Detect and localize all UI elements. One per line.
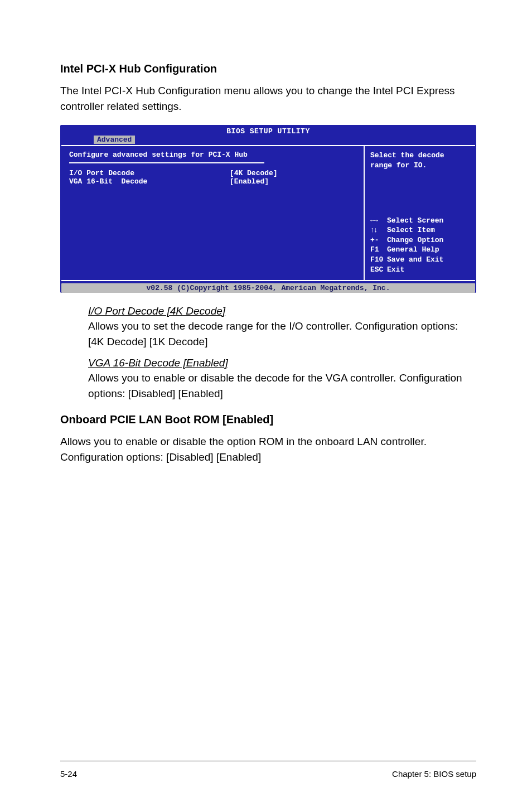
- bios-help-text: Select the decode range for IO.: [370, 151, 470, 170]
- bios-option-label: VGA 16-Bit Decode: [69, 177, 230, 186]
- subitem-text: Allows you to set the decode range for t…: [88, 318, 476, 349]
- bios-config-heading: Configure advanced settings for PCI-X Hu…: [69, 151, 356, 159]
- key-label: Save and Exit: [387, 255, 443, 265]
- bios-option-label: I/O Port Decode: [69, 169, 230, 177]
- f10-key-icon: F10: [370, 255, 387, 265]
- f1-key-icon: F1: [370, 245, 387, 255]
- subitem-title: VGA 16-Bit Decode [Enabled]: [88, 357, 476, 369]
- section-description: The Intel PCI-X Hub Configuration menu a…: [60, 83, 476, 114]
- bios-right-panel: Select the decode range for IO. Select S…: [364, 146, 475, 280]
- key-save-exit: F10 Save and Exit: [370, 255, 470, 265]
- bios-option-io-port-decode[interactable]: I/O Port Decode [4K Decode]: [69, 169, 356, 177]
- bios-option-value: [4K Decode]: [230, 169, 278, 177]
- bios-title: BIOS SETUP UTILITY: [60, 125, 476, 136]
- esc-key-icon: ESC: [370, 265, 387, 275]
- bios-option-vga-16bit-decode[interactable]: VGA 16-Bit Decode [Enabled]: [69, 177, 356, 186]
- bios-tab-bar: Advanced: [60, 136, 476, 145]
- section-heading: Intel PCI-X Hub Configuration: [60, 62, 476, 75]
- key-select-item: Select Item: [370, 225, 470, 235]
- key-label: Exit: [387, 265, 404, 275]
- key-label: General Help: [387, 245, 439, 255]
- bios-left-panel: Configure advanced settings for PCI-X Hu…: [61, 146, 364, 280]
- arrow-up-down-icon: [370, 225, 387, 235]
- subitem-text: Allows you to enable or disable the deco…: [88, 370, 476, 401]
- key-general-help: F1 General Help: [370, 245, 470, 255]
- section-description: Allows you to enable or disable the opti…: [60, 434, 476, 465]
- bios-option-value: [Enabled]: [230, 177, 269, 186]
- bios-tab-advanced[interactable]: Advanced: [94, 136, 135, 144]
- section-heading: Onboard PCIE LAN Boot ROM [Enabled]: [60, 413, 476, 426]
- bios-divider: [69, 162, 264, 163]
- key-exit: ESC Exit: [370, 265, 470, 275]
- key-select-screen: Select Screen: [370, 216, 470, 226]
- bios-window: BIOS SETUP UTILITY Advanced Configure ad…: [60, 125, 476, 293]
- key-label: Select Item: [387, 225, 435, 235]
- arrow-left-right-icon: [370, 216, 387, 226]
- plus-minus-icon: +-: [370, 235, 387, 245]
- subitem-list: I/O Port Decode [4K Decode] Allows you t…: [88, 305, 476, 401]
- subitem-title: I/O Port Decode [4K Decode]: [88, 305, 476, 317]
- key-label: Change Option: [387, 235, 443, 245]
- bios-footer: v02.58 (C)Copyright 1985-2004, American …: [61, 283, 475, 293]
- page-footer: 5-24 Chapter 5: BIOS setup: [60, 761, 476, 779]
- page-number: 5-24: [60, 769, 77, 779]
- bios-key-help: Select Screen Select Item +- Change Opti…: [370, 216, 470, 274]
- key-change-option: +- Change Option: [370, 235, 470, 245]
- chapter-label: Chapter 5: BIOS setup: [392, 769, 476, 779]
- key-label: Select Screen: [387, 216, 443, 226]
